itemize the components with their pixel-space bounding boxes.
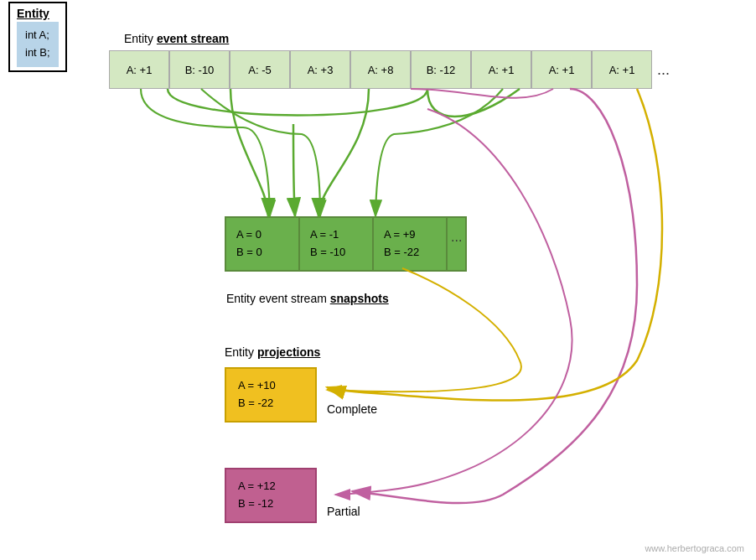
event-cell-6: A: +1	[471, 50, 531, 89]
entity-field-b: int B;	[25, 44, 50, 62]
projection-partial: A = +12 B = -12	[225, 468, 317, 523]
snapshot-cell-1: A = -1 B = -10	[300, 218, 374, 270]
entity-title: Entity	[17, 7, 59, 20]
event-cell-7: A: +1	[531, 50, 592, 89]
snapshot-cell-2: A = +9 B = -22	[374, 218, 448, 270]
event-cell-0: A: +1	[109, 50, 169, 89]
event-cell-2: A: -5	[230, 50, 290, 89]
snapshots-container: A = 0 B = 0 A = -1 B = -10 A = +9 B = -2…	[225, 216, 467, 272]
event-stream: A: +1 B: -10 A: -5 A: +3 A: +8 B: -12 A:…	[109, 50, 675, 89]
event-cell-3: A: +3	[290, 50, 350, 89]
projection-complete: A = +10 B = -22	[225, 367, 317, 423]
snapshots-dots: ...	[448, 218, 465, 270]
watermark: www.herbertograca.com	[645, 543, 744, 553]
snapshot-cell-0: A = 0 B = 0	[226, 218, 300, 270]
event-stream-label: Entity event stream	[124, 32, 229, 45]
projections-label: Entity projections	[225, 345, 320, 359]
projections-bold: projections	[257, 345, 320, 359]
projection-complete-line2: B = -22	[238, 395, 303, 412]
snapshots-bold: snapshots	[330, 292, 389, 305]
projection-partial-line1: A = +12	[238, 478, 303, 495]
event-cell-1: B: -10	[169, 50, 230, 89]
projection-partial-tag: Partial	[327, 505, 360, 518]
projection-complete-line1: A = +10	[238, 377, 303, 395]
entity-box: Entity int A; int B;	[8, 2, 67, 72]
event-cell-5: B: -12	[411, 50, 471, 89]
event-cell-4: A: +8	[350, 50, 411, 89]
event-cell-8: A: +1	[592, 50, 652, 89]
entity-field-a: int A;	[25, 27, 50, 44]
event-stream-bold: event stream	[157, 32, 229, 45]
entity-body: int A; int B;	[17, 22, 59, 67]
projection-partial-line2: B = -12	[238, 495, 303, 513]
projection-complete-tag: Complete	[327, 402, 377, 416]
snapshots-label: Entity event stream snapshots	[226, 292, 389, 305]
event-stream-dots: ...	[652, 61, 675, 79]
